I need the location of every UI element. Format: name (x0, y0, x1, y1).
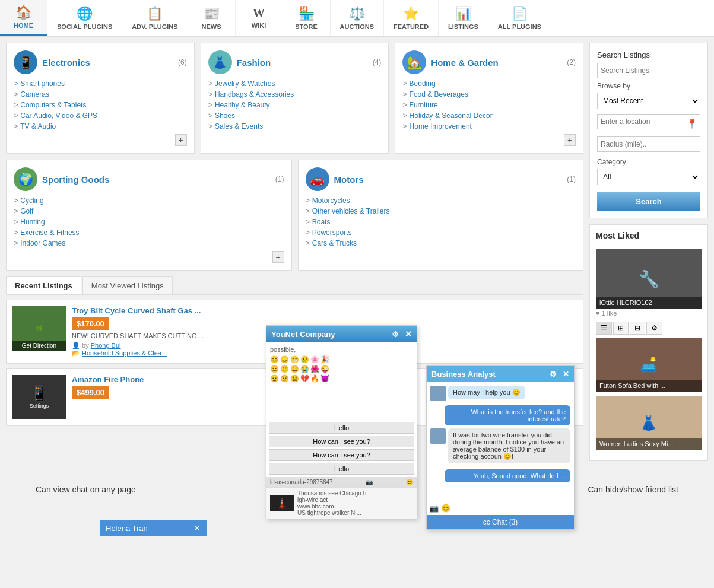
motors-count: (1) (567, 175, 576, 183)
nav-news[interactable]: 📰 NEWS (188, 0, 236, 36)
link-computers-tablets[interactable]: Computers & Tablets (20, 101, 86, 109)
link-hunting[interactable]: Hunting (20, 218, 45, 226)
chat-how-btn-2[interactable]: How can I see you? (269, 449, 414, 461)
link-golf[interactable]: Golf (20, 207, 33, 215)
radius-input[interactable] (597, 136, 700, 152)
link-healthy-beauty[interactable]: Healthy & Beauty (215, 101, 270, 109)
most-liked-title: Most Liked (596, 231, 702, 244)
chat-messages-business: How may I help you 😊 What is the transfe… (427, 382, 574, 501)
liked-name-1[interactable]: iOttie HLCRIO102 (599, 299, 652, 306)
link-tv-audio[interactable]: TV & Audio (20, 122, 56, 131)
listing-category-1[interactable]: Household Supplies & Clea... (82, 349, 167, 357)
chat-camera-business[interactable]: 📷 (429, 504, 439, 506)
liked-name-2[interactable]: Futon Sofa Bed with ... (599, 382, 665, 389)
nav-home[interactable]: 🏠 HOME (0, 0, 47, 36)
chat-emoji-icon[interactable]: 😊 (406, 479, 413, 485)
link-indoor-games[interactable]: Indoor Games (20, 239, 65, 247)
link-cars-trucks[interactable]: Cars & Trucks (312, 239, 357, 247)
chat-hello-btn-1[interactable]: Hello (269, 422, 414, 434)
get-direction-label[interactable]: Get Direction (12, 341, 66, 351)
link-food-beverages[interactable]: Food & Beverages (410, 90, 468, 98)
chat-emoji-business[interactable]: 😊 (441, 504, 450, 506)
link-smartphones[interactable]: Smart phones (20, 80, 65, 88)
chat-camera-icon[interactable]: 📷 (366, 479, 373, 485)
emoji-row-2: 😐😕😄😭🌺😜 (270, 365, 413, 373)
sporting-goods-links: Cycling Golf Hunting Exercise & Fitness … (14, 196, 284, 247)
chat-news-thumb: 🗼 (270, 495, 294, 506)
listing-title-1[interactable]: Troy Bilt Cycle Curved Shaft Gas ... (72, 306, 577, 315)
home-garden-title: Home & Garden (431, 58, 498, 68)
sporting-goods-expand[interactable]: + (272, 251, 284, 263)
listing-author-1[interactable]: Phong Bui (91, 342, 121, 349)
liked-item-1: 🔧 iOttie HLCRIO102 ♥ 1 like (596, 249, 702, 317)
location-input[interactable] (597, 114, 700, 129)
category-fashion: 👗 Fashion (4) Jewelry & Watches Handbags… (201, 43, 389, 154)
search-button[interactable]: Search (597, 192, 700, 211)
link-boats[interactable]: Boats (312, 218, 331, 226)
tab-recent-listings[interactable]: Recent Listings (6, 276, 81, 294)
home-garden-expand[interactable]: + (564, 134, 576, 146)
tab-most-viewed[interactable]: Most Viewed Listings (82, 276, 173, 294)
chat-close-icon[interactable]: ✕ (405, 329, 412, 339)
nav-store[interactable]: 🏪 STORE (283, 0, 331, 36)
view-grid3-btn[interactable]: ⊟ (630, 322, 645, 335)
chat-body-younet: possible, 😊😞😁😢🌸🎉 😐😕😄😭🌺😜 😦😟😩💔🔥😈 (266, 342, 417, 419)
category-select[interactable]: All Electronics Fashion Home & Garden Sp… (597, 169, 700, 185)
emoji-row-3: 😦😟😩💔🔥😈 (270, 374, 413, 383)
nav-featured[interactable]: ⭐ FEATURED (384, 0, 439, 36)
chat-hello-btn-2[interactable]: Hello (269, 463, 414, 475)
link-holiday-decor[interactable]: Holiday & Seasonal Decor (410, 112, 493, 120)
chat-gear-business[interactable]: ⚙ (550, 370, 557, 379)
listing-thumb-2: 📱 Settings (12, 375, 66, 419)
electronics-count: (6) (178, 58, 187, 66)
chat-close-business[interactable]: ✕ (563, 370, 569, 379)
search-input[interactable] (597, 63, 700, 78)
electronics-expand[interactable]: + (175, 134, 187, 146)
link-bedding[interactable]: Bedding (410, 80, 436, 88)
link-powersports[interactable]: Powersports (312, 228, 352, 237)
home-garden-footer: + (402, 134, 576, 146)
link-shoes[interactable]: Shoes (215, 112, 235, 120)
chat-controls-business: ⚙ ✕ (550, 370, 569, 379)
view-grid2-btn[interactable]: ⊞ (613, 322, 629, 335)
chat-header-younet: YouNet Company ⚙ ✕ (266, 326, 417, 342)
most-liked-section: Most Liked 🔧 iOttie HLCRIO102 ♥ 1 like ☰… (589, 224, 708, 461)
link-sales-events[interactable]: Sales & Events (215, 122, 263, 131)
link-motorcycles[interactable]: Motorcycles (312, 196, 350, 205)
browse-select[interactable]: Most Recent Oldest Price Low-High Price … (597, 93, 700, 109)
nav-listings[interactable]: 📊 LISTINGS (439, 0, 488, 36)
chat-popup-business: Business Analyst ⚙ ✕ How may I help you … (426, 365, 575, 506)
link-cameras[interactable]: Cameras (20, 90, 49, 98)
chat-msg-1: How may I help you 😊 (430, 386, 570, 402)
link-cycling[interactable]: Cycling (20, 196, 43, 205)
view-list-btn[interactable]: ☰ (596, 322, 612, 335)
sporting-goods-title: Sporting Goods (42, 174, 109, 185)
electronics-footer: + (14, 134, 187, 146)
nav-wiki[interactable]: W WIKI (236, 0, 283, 36)
right-column: Search Listings Browse by Most Recent Ol… (589, 43, 708, 461)
link-exercise-fitness[interactable]: Exercise & Fitness (20, 228, 79, 237)
link-furniture[interactable]: Furniture (410, 101, 438, 109)
map-pin-icon[interactable]: 📍 (686, 118, 698, 129)
link-car-audio[interactable]: Car Audio, Video & GPS (20, 112, 97, 120)
bottom-left-label: Can view chat on any page (36, 485, 136, 494)
nav-auctions[interactable]: ⚖️ AUCTIONS (331, 0, 384, 36)
chat-possible-text: possible, (270, 346, 413, 353)
liked-name-3[interactable]: Women Ladies Sexy Mi... (599, 440, 674, 447)
nav-adv-plugins[interactable]: 📋 ADV. PLUGINS (122, 0, 188, 36)
chat-how-btn-1[interactable]: How can I see you? (269, 436, 414, 447)
star-icon: ⭐ (403, 6, 419, 21)
liked-item-3: 👗 Women Ladies Sexy Mi... (596, 396, 702, 450)
nav-social-plugins[interactable]: 🌐 SOCIAL PLUGINS (47, 0, 122, 36)
bubble-4: Yeah, Sound good. What do I ... (445, 469, 570, 482)
link-other-vehicles[interactable]: Other vehicles & Trailers (312, 207, 390, 215)
link-jewelry[interactable]: Jewelry & Watches (215, 80, 275, 88)
link-handbags[interactable]: Handbags & Accessories (215, 90, 294, 98)
view-settings-btn[interactable]: ⚙ (646, 322, 662, 335)
sporting-goods-footer: + (14, 251, 284, 263)
nav-all-plugins[interactable]: 📄 ALL PLUGINS (488, 0, 551, 36)
chat-gear-icon[interactable]: ⚙ (392, 330, 399, 339)
plugins-icon: 📄 (512, 6, 528, 21)
link-home-improvement[interactable]: Home Improvement (410, 122, 472, 131)
liked-img-2: 🛋️ Futon Sofa Bed with ... (596, 338, 702, 392)
